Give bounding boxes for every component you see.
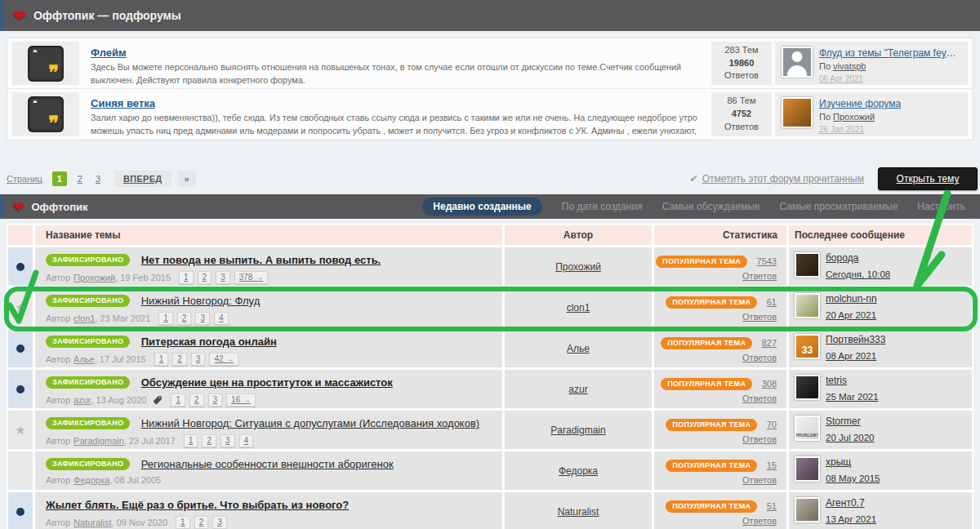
last-poster-link[interactable]: Агент0.7 (826, 497, 876, 509)
topic-link[interactable]: Нет повода не выпить. А выпить повод ест… (141, 254, 381, 266)
topic-start-date: , 17 Jul 2015 (95, 354, 146, 364)
last-page-button[interactable]: » (178, 171, 196, 187)
topic-page-link[interactable]: 16 → (226, 393, 256, 407)
topic-page-link[interactable]: 42 → (209, 353, 238, 366)
topic-status-cell (8, 329, 33, 367)
avatar[interactable] (782, 97, 813, 128)
last-post-date-link[interactable]: 08 Apr 2021 (826, 351, 876, 361)
topic-starter-link[interactable]: clon1 (74, 313, 95, 323)
avatar[interactable]: PROBLEM? (795, 416, 820, 441)
author-label: Автор (46, 436, 70, 446)
page-link[interactable]: 2 (75, 172, 85, 185)
last-poster-link[interactable]: Stormer (826, 416, 874, 427)
sort-tab[interactable]: Самые обсуждаемые (662, 201, 760, 212)
avatar[interactable] (795, 456, 820, 482)
topic-page-link[interactable]: 4 (214, 312, 229, 325)
subforum-row: ❝❞ Флейм Здесь Вы можете персонально выя… (7, 38, 973, 89)
topic-starter-link[interactable]: Федорка (74, 475, 109, 485)
topic-starter-link[interactable]: Прохожий (74, 273, 115, 282)
mark-forum-read-link[interactable]: ✔Отметить этот форум прочитанным (690, 173, 864, 184)
heart-icon: ❤ (13, 7, 26, 25)
sort-tab[interactable]: Самые просматриваемые (779, 201, 898, 212)
topic-page-link[interactable]: 1 (179, 271, 194, 284)
open-topic-button[interactable]: Открыть тему (878, 167, 978, 190)
topic-link[interactable]: Жылет блять. Ещё раз о бритье. Что выбра… (46, 499, 349, 511)
last-post-date-link[interactable]: 08 May 2015 (826, 473, 880, 483)
replies-count-link[interactable]: 7543 Ответов (742, 256, 777, 281)
last-poster-link[interactable]: molchun-nn (826, 293, 877, 305)
topic-author-link[interactable]: Алье (567, 343, 590, 354)
last-post-date-link[interactable]: 25 Mar 2021 (826, 392, 879, 402)
topic-starter-link[interactable]: Paradigmain (74, 436, 124, 446)
topic-link[interactable]: Нижний Новгород: Флуд (141, 295, 261, 307)
topic-row: ★ ЗАФИКСИРОВАНО Нижний Новгород: Ситуаци… (8, 411, 972, 449)
last-post-date-link[interactable]: 06 Apr 2021 (819, 74, 863, 83)
topic-page-link[interactable]: 1 (154, 353, 169, 366)
topic-link[interactable]: Питерская погода онлайн (141, 336, 277, 348)
last-post-link[interactable]: Флуд из темы "Телеграм feya... (819, 47, 956, 60)
topic-link[interactable]: Нижний Новгород: Ситуация с допуслугами … (141, 417, 479, 429)
last-poster-link[interactable]: Портвейн333 (826, 334, 885, 345)
topic-author-link[interactable]: clon1 (567, 302, 590, 313)
subforum-main: Флейм Здесь Вы можете персонально выясня… (82, 42, 711, 85)
topic-page-link[interactable]: 2 (202, 434, 216, 447)
page-link[interactable]: 3 (93, 172, 103, 185)
avatar[interactable]: 33 (795, 334, 820, 359)
topic-page-link[interactable]: 3 (212, 516, 227, 529)
topic-page-link[interactable]: 2 (177, 312, 192, 325)
last-post-date-link[interactable]: Сегодня, 10:08 (826, 269, 890, 279)
avatar[interactable] (795, 497, 820, 522)
topic-author-link[interactable]: Naturalist (558, 506, 599, 518)
avatar[interactable] (795, 375, 820, 400)
topic-page-link[interactable]: 3 (195, 312, 210, 325)
last-post-date-link[interactable]: 20 Apr 2021 (826, 310, 876, 320)
topic-page-link[interactable]: 3 (216, 271, 230, 284)
topic-author-link[interactable]: Paradigmain (550, 425, 605, 436)
topic-status-icon (16, 263, 24, 271)
topic-last-post-cell: molchun-nn 20 Apr 2021 (789, 288, 972, 327)
last-poster-link[interactable]: борода (826, 252, 890, 264)
topic-starter-link[interactable]: azur (74, 395, 91, 405)
last-post-date-link[interactable]: 26 Jan 2021 (819, 125, 864, 134)
popular-badge: ПОПУЛЯРНАЯ ТЕМА (666, 296, 757, 309)
sort-tab[interactable]: По дате создания (562, 201, 643, 212)
subforum-link[interactable]: Синяя ветка (91, 97, 155, 109)
topic-page-link[interactable]: 2 (189, 393, 204, 407)
topic-page-link[interactable]: 3 (191, 353, 206, 366)
last-post-date-link[interactable]: 13 Apr 2021 (826, 514, 876, 524)
topic-link[interactable]: Региональные особенности внешности абори… (141, 458, 394, 470)
sort-tab[interactable]: Настроить (917, 201, 965, 212)
topic-page-link[interactable]: 378 → (234, 271, 268, 284)
topic-stats-cell: ПОПУЛЯРНАЯ ТЕМА 7543 Ответов 283077 Прос… (654, 247, 786, 286)
sort-tab[interactable]: Недавно созданные (422, 198, 541, 216)
topic-page-link[interactable]: 3 (208, 393, 223, 407)
topic-page-link[interactable]: 2 (172, 353, 187, 366)
last-post-author-link[interactable]: vivatspb (833, 61, 866, 71)
last-post-date-link[interactable]: 20 Jul 2020 (826, 433, 874, 442)
pages-label-link[interactable]: Страниц (7, 174, 42, 184)
topic-author-link[interactable]: Федорка (559, 465, 598, 477)
last-poster-link[interactable]: хрыщ (826, 456, 880, 468)
last-poster-link[interactable]: tetris (826, 375, 879, 386)
topic-starter-link[interactable]: Naturalist (74, 518, 111, 527)
topic-page-link[interactable]: 4 (239, 434, 254, 447)
topic-page-link[interactable]: 1 (171, 393, 185, 407)
topic-page-link[interactable]: 2 (198, 271, 212, 284)
avatar[interactable] (795, 293, 820, 318)
last-post-author-link[interactable]: Прохожий (833, 112, 875, 122)
topic-page-link[interactable]: 1 (158, 312, 173, 325)
topic-page-link[interactable]: 1 (176, 516, 190, 529)
topic-link[interactable]: Обсуждение цен на проституток и массажис… (141, 376, 393, 389)
avatar[interactable] (795, 252, 820, 278)
avatar[interactable] (782, 47, 813, 78)
topic-author-link[interactable]: azur (568, 384, 587, 395)
topic-author-link[interactable]: Прохожий (555, 261, 601, 273)
topic-starter-link[interactable]: Алье (74, 354, 95, 364)
next-page-button[interactable]: ВПЕРЕД (114, 171, 172, 187)
topic-page-link[interactable]: 3 (220, 434, 235, 447)
last-post-link[interactable]: Изучение форума (819, 97, 901, 111)
topic-page-link[interactable]: 2 (194, 516, 209, 529)
topic-page-link[interactable]: 1 (184, 434, 198, 447)
current-page[interactable]: 1 (52, 171, 67, 186)
subforum-link[interactable]: Флейм (91, 47, 127, 59)
